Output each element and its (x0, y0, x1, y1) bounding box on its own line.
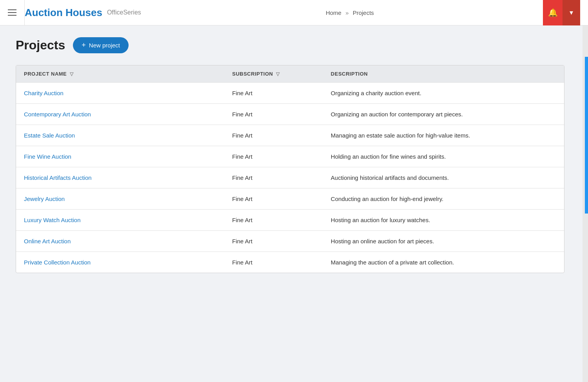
project-name-link[interactable]: Luxury Watch Auction (24, 217, 81, 223)
table-row: Charity AuctionFine ArtOrganizing a char… (16, 83, 564, 104)
project-name-link[interactable]: Estate Sale Auction (24, 132, 75, 139)
breadcrumb-current: Projects (353, 9, 374, 16)
table-row: Private Collection AuctionFine ArtManagi… (16, 252, 564, 273)
project-name-cell: Online Art Auction (16, 231, 224, 252)
subscription-cell: Fine Art (224, 231, 323, 252)
project-name-cell: Fine Wine Auction (16, 146, 224, 167)
table-row: Luxury Watch AuctionFine ArtHosting an a… (16, 210, 564, 231)
project-name-link[interactable]: Historical Artifacts Auction (24, 174, 92, 181)
app-subtitle: OfficeSeries (107, 9, 141, 16)
main-content: Projects + New project PROJECT NAME ▽ (0, 25, 588, 285)
project-name-link[interactable]: Jewelry Auction (24, 196, 65, 202)
projects-table: PROJECT NAME ▽ SUBSCRIPTION ▽ DESCRIPTIO… (16, 65, 564, 273)
filter-icon-name[interactable]: ▽ (70, 71, 74, 77)
app-title: Auction Houses (25, 7, 102, 19)
project-name-link[interactable]: Online Art Auction (24, 238, 71, 244)
bell-button[interactable]: 🔔 (543, 0, 563, 25)
filter-icon-subscription[interactable]: ▽ (276, 71, 280, 77)
subscription-cell: Fine Art (224, 252, 323, 273)
subscription-cell: Fine Art (224, 83, 323, 104)
col-header-name: PROJECT NAME ▽ (16, 65, 224, 83)
table-header-row: PROJECT NAME ▽ SUBSCRIPTION ▽ DESCRIPTIO… (16, 65, 564, 83)
plus-icon: + (82, 41, 86, 49)
scrollbar-thumb[interactable] (585, 57, 588, 214)
project-name-link[interactable]: Fine Wine Auction (24, 153, 71, 160)
project-name-cell: Private Collection Auction (16, 252, 224, 273)
breadcrumb-home[interactable]: Home (326, 9, 341, 16)
project-name-cell: Estate Sale Auction (16, 125, 224, 146)
project-name-cell: Luxury Watch Auction (16, 210, 224, 231)
description-cell: Conducting an auction for high-end jewel… (323, 188, 564, 210)
breadcrumb: Home » Projects (157, 9, 543, 16)
new-project-button[interactable]: + New project (73, 37, 129, 53)
col-header-description: DESCRIPTION (323, 65, 564, 83)
new-project-label: New project (89, 42, 120, 49)
page-title-row: Projects + New project (16, 37, 572, 53)
subscription-cell: Fine Art (224, 188, 323, 210)
dropdown-button[interactable]: ▾ (563, 0, 580, 25)
subscription-cell: Fine Art (224, 104, 323, 125)
project-name-link[interactable]: Contemporary Art Auction (24, 111, 91, 118)
projects-table-container: PROJECT NAME ▽ SUBSCRIPTION ▽ DESCRIPTIO… (16, 65, 564, 273)
app-header: Auction Houses OfficeSeries Home » Proje… (0, 0, 588, 25)
header-actions: 🔔 ▾ (543, 0, 580, 25)
project-name-cell: Historical Artifacts Auction (16, 167, 224, 188)
table-row: Jewelry AuctionFine ArtConducting an auc… (16, 188, 564, 210)
description-cell: Organizing an auction for contemporary a… (323, 104, 564, 125)
description-cell: Organizing a charity auction event. (323, 83, 564, 104)
project-name-cell: Jewelry Auction (16, 188, 224, 210)
description-cell: Holding an auction for fine wines and sp… (323, 146, 564, 167)
subscription-cell: Fine Art (224, 125, 323, 146)
description-cell: Managing the auction of a private art co… (323, 252, 564, 273)
project-name-link[interactable]: Private Collection Auction (24, 259, 91, 266)
project-name-cell: Contemporary Art Auction (16, 104, 224, 125)
col-header-subscription: SUBSCRIPTION ▽ (224, 65, 323, 83)
scrollbar-track[interactable] (583, 25, 588, 382)
description-cell: Hosting an online auction for art pieces… (323, 231, 564, 252)
chevron-down-icon: ▾ (570, 8, 573, 17)
page-title: Projects (16, 38, 65, 53)
menu-icon[interactable] (8, 9, 16, 16)
table-row: Estate Sale AuctionFine ArtManaging an e… (16, 125, 564, 146)
table-row: Historical Artifacts AuctionFine ArtAuct… (16, 167, 564, 188)
description-cell: Managing an estate sale auction for high… (323, 125, 564, 146)
project-name-cell: Charity Auction (16, 83, 224, 104)
breadcrumb-separator: » (345, 9, 348, 16)
table-row: Contemporary Art AuctionFine ArtOrganizi… (16, 104, 564, 125)
description-cell: Hosting an auction for luxury watches. (323, 210, 564, 231)
bell-icon: 🔔 (548, 8, 558, 17)
subscription-cell: Fine Art (224, 146, 323, 167)
project-name-link[interactable]: Charity Auction (24, 90, 64, 96)
subscription-cell: Fine Art (224, 210, 323, 231)
subscription-cell: Fine Art (224, 167, 323, 188)
table-row: Fine Wine AuctionFine ArtHolding an auct… (16, 146, 564, 167)
table-row: Online Art AuctionFine ArtHosting an onl… (16, 231, 564, 252)
description-cell: Auctioning historical artifacts and docu… (323, 167, 564, 188)
